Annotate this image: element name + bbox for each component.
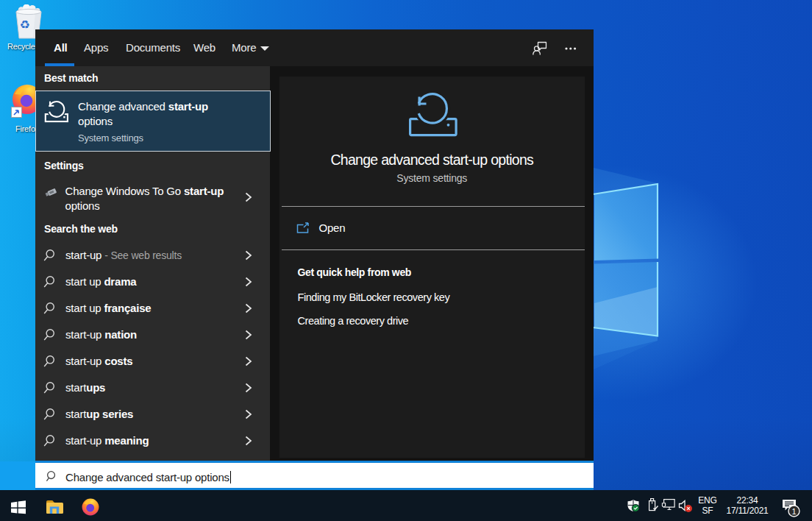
svg-text:♻: ♻ [19,18,29,31]
svg-text:1: 1 [792,507,797,516]
